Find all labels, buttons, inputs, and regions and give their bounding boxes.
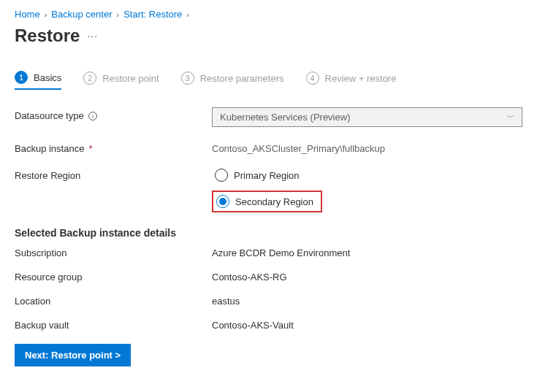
resource-group-value: Contoso-AKS-RG bbox=[212, 272, 287, 283]
tab-restore-parameters[interactable]: 3 Restore parameters bbox=[181, 72, 284, 89]
info-icon[interactable]: i bbox=[88, 112, 97, 120]
breadcrumb-home[interactable]: Home bbox=[15, 9, 40, 20]
tab-label: Restore parameters bbox=[200, 73, 284, 84]
required-indicator: * bbox=[88, 143, 92, 154]
tab-restore-point[interactable]: 2 Restore point bbox=[83, 72, 159, 89]
breadcrumb-backup-center[interactable]: Backup center bbox=[51, 9, 112, 20]
page-title: Restore bbox=[15, 26, 80, 46]
datasource-type-dropdown[interactable]: Kubernetes Services (Preview) ﹀ bbox=[212, 107, 522, 127]
step-number: 1 bbox=[15, 71, 28, 84]
radio-label: Primary Region bbox=[234, 170, 300, 181]
location-value: eastus bbox=[212, 296, 240, 307]
tab-label: Basics bbox=[34, 72, 61, 83]
backup-instance-label: Backup instance * bbox=[15, 140, 212, 154]
chevron-right-icon: › bbox=[45, 10, 47, 19]
step-number: 2 bbox=[83, 72, 96, 85]
wizard-tabs: 1 Basics 2 Restore point 3 Restore param… bbox=[15, 71, 522, 90]
tab-label: Restore point bbox=[102, 73, 159, 84]
radio-secondary-region[interactable]: Secondary Region bbox=[213, 193, 316, 210]
breadcrumb-start-restore[interactable]: Start: Restore bbox=[123, 9, 182, 20]
subscription-value: Azure BCDR Demo Environment bbox=[212, 247, 350, 258]
radio-label: Secondary Region bbox=[235, 196, 313, 207]
chevron-down-icon: ﹀ bbox=[507, 112, 514, 123]
backup-vault-label: Backup vault bbox=[15, 320, 212, 331]
tab-basics[interactable]: 1 Basics bbox=[15, 71, 61, 90]
section-title: Selected Backup instance details bbox=[15, 227, 522, 239]
radio-icon bbox=[215, 169, 228, 182]
radio-primary-region[interactable]: Primary Region bbox=[212, 167, 322, 183]
subscription-label: Subscription bbox=[15, 247, 212, 258]
more-actions-button[interactable]: ··· bbox=[87, 30, 98, 42]
highlight-box: Secondary Region bbox=[212, 191, 322, 212]
location-label: Location bbox=[15, 296, 212, 307]
step-number: 4 bbox=[306, 72, 319, 85]
breadcrumb: Home › Backup center › Start: Restore › bbox=[15, 9, 522, 20]
step-number: 3 bbox=[181, 72, 194, 85]
tab-review-restore[interactable]: 4 Review + restore bbox=[306, 72, 397, 89]
tab-label: Review + restore bbox=[325, 73, 397, 84]
restore-region-label: Restore Region bbox=[15, 167, 212, 181]
restore-region-radio-group: Primary Region Secondary Region bbox=[212, 167, 322, 212]
backup-vault-value: Contoso-AKS-Vault bbox=[212, 320, 294, 331]
datasource-type-label: Datasource type i bbox=[15, 107, 212, 121]
chevron-right-icon: › bbox=[186, 10, 189, 19]
chevron-right-icon: › bbox=[116, 10, 119, 19]
dropdown-value: Kubernetes Services (Preview) bbox=[220, 112, 350, 123]
backup-instance-value: Contoso_AKSCluster_Primary\fullbackup bbox=[212, 140, 522, 154]
resource-group-label: Resource group bbox=[15, 272, 212, 283]
next-restore-point-button[interactable]: Next: Restore point > bbox=[15, 344, 131, 366]
radio-icon bbox=[216, 195, 229, 208]
